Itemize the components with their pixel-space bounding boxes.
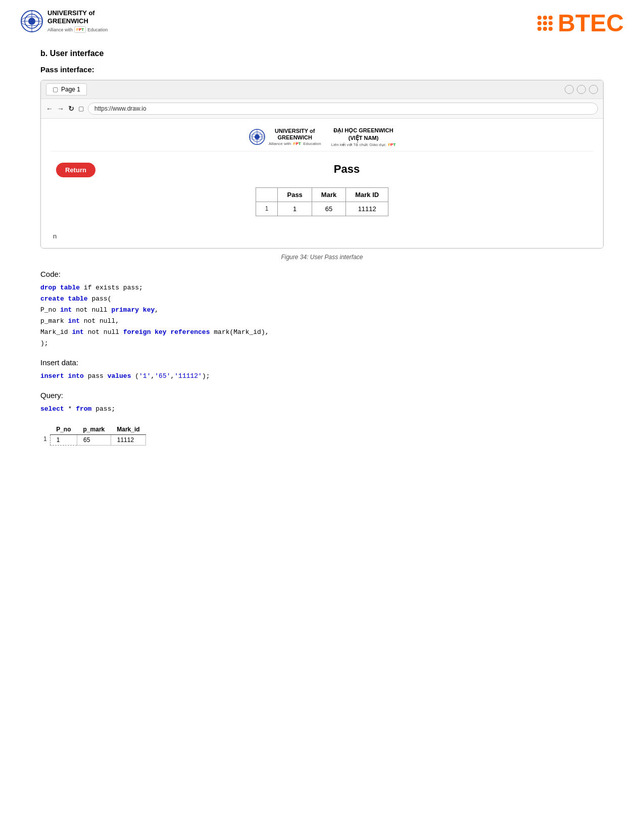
create-table-code: drop table if exists pass; create table … xyxy=(40,282,604,350)
browser-controls xyxy=(565,85,598,94)
table-cell-markid: 11112 xyxy=(346,202,388,216)
query-cell-pmark: 65 xyxy=(77,434,111,445)
page-uni-logo: UNIVERSITY of GREENWICH Alliance with FP… xyxy=(249,128,321,145)
table-header-pass: Pass xyxy=(278,187,312,202)
tab-page-icon: ▢ xyxy=(53,86,58,93)
insert-label: Insert data: xyxy=(40,358,604,367)
page-header: UNIVERSITY of GREENWICH Alliance with FP… xyxy=(0,0,644,42)
browser-page-content: UNIVERSITY of GREENWICH Alliance with FP… xyxy=(41,119,603,248)
query-result-container: 1 P_no p_mark Mark_id 1 65 11112 xyxy=(40,424,604,446)
query-header-pno: P_no xyxy=(50,424,77,435)
browser-close-icon[interactable] xyxy=(589,85,598,94)
main-content: b. User interface Pass interface: ▢ Page… xyxy=(0,42,644,471)
browser-tab-label: Page 1 xyxy=(61,86,80,93)
browser-tab[interactable]: ▢ Page 1 xyxy=(46,83,87,95)
table-empty-header xyxy=(256,187,278,202)
nav-page-icon: ▢ xyxy=(78,105,84,112)
table-cell-mark: 65 xyxy=(312,202,345,216)
table-header-markid: Mark ID xyxy=(346,187,388,202)
query-header-markid: Mark_id xyxy=(111,424,145,435)
query-result-table: P_no p_mark Mark_id 1 65 11112 xyxy=(50,424,146,446)
row-number: 1 xyxy=(256,202,278,216)
refresh-icon[interactable]: ↻ xyxy=(68,105,74,113)
query-cell-pno: 1 xyxy=(50,434,77,445)
pass-table-container: Pass Mark Mark ID 1 1 65 11112 xyxy=(51,187,593,216)
pass-title: Pass xyxy=(106,163,588,176)
btec-dots-icon xyxy=(537,16,553,31)
url-bar[interactable]: https://www.draw.io xyxy=(88,103,598,115)
query-cell-markid: 11112 xyxy=(111,434,145,445)
header-left: UNIVERSITY of GREENWICH Alliance with FP… xyxy=(20,9,108,33)
return-button[interactable]: Return xyxy=(56,163,95,177)
uni-emblem-icon xyxy=(20,10,43,33)
pass-table: Pass Mark Mark ID 1 1 65 11112 xyxy=(256,187,388,216)
query-header-pmark: p_mark xyxy=(77,424,111,435)
table-row: 1 1 65 11112 xyxy=(256,202,388,216)
section-heading: b. User interface xyxy=(40,49,604,58)
university-logo: UNIVERSITY of GREENWICH Alliance with FP… xyxy=(20,9,108,33)
browser-minimize-icon[interactable] xyxy=(565,85,574,94)
query-label: Query: xyxy=(40,391,604,400)
back-arrow-icon[interactable]: ← xyxy=(46,105,53,113)
table-cell-pass: 1 xyxy=(278,202,312,216)
fpt-badge: FPT xyxy=(74,26,86,33)
query-table-row: 1 65 11112 xyxy=(50,434,145,445)
figure-caption: Figure 34: User Pass interface xyxy=(40,254,604,261)
page-vn-title: ĐẠI HỌC GREENWICH (VIỆT NAM) Liên kết vớ… xyxy=(331,127,396,147)
forward-arrow-icon[interactable]: → xyxy=(57,105,64,113)
browser-mockup: ▢ Page 1 ← → ↻ ▢ https://www.draw.io xyxy=(40,80,604,249)
page-uni-text: UNIVERSITY of GREENWICH Alliance with FP… xyxy=(269,128,321,145)
browser-bottom-space xyxy=(51,223,593,232)
query-row-number: 1 xyxy=(40,424,50,443)
code-label: Code: xyxy=(40,270,604,278)
pass-section: Return Pass xyxy=(51,158,593,182)
btec-logo: BTEC xyxy=(537,9,624,37)
insert-code: insert into pass values ('1','65','11112… xyxy=(40,371,604,382)
bottom-cursor: n xyxy=(51,232,593,240)
browser-titlebar: ▢ Page 1 xyxy=(41,80,603,99)
table-header-mark: Mark xyxy=(312,187,345,202)
page-uni-emblem-icon xyxy=(249,128,266,145)
page-university-header: UNIVERSITY of GREENWICH Alliance with FP… xyxy=(51,127,593,152)
browser-maximize-icon[interactable] xyxy=(577,85,586,94)
browser-navbar: ← → ↻ ▢ https://www.draw.io xyxy=(41,99,603,119)
sub-heading: Pass interface: xyxy=(40,65,604,74)
alliance-text: Alliance with FPT Education xyxy=(47,26,108,33)
university-name: UNIVERSITY of GREENWICH Alliance with FP… xyxy=(47,9,108,33)
query-code: select * from pass; xyxy=(40,404,604,415)
